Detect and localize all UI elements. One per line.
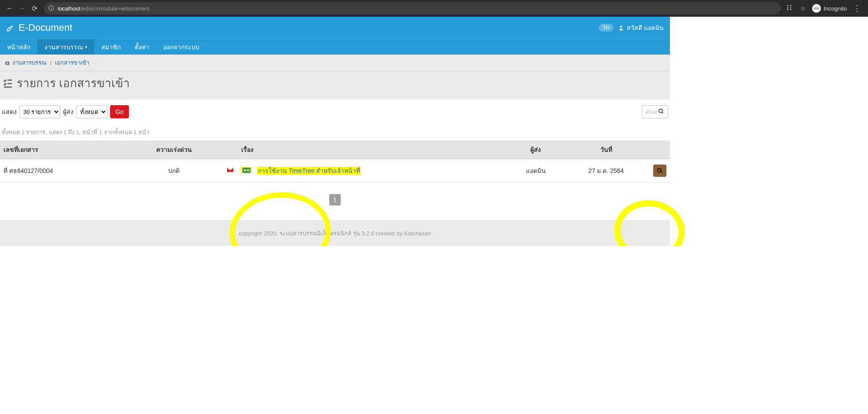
th-action (644, 140, 670, 159)
pagination: 1 (0, 183, 670, 220)
table-row[interactable]: ที่ ศธ640127/0004 ปกติ การใช้งาน TimeTre… (0, 159, 670, 183)
svg-point-0 (620, 26, 622, 28)
nav-home[interactable]: หน้าหลัก (0, 39, 37, 55)
main-navigation: หน้าหลัก งานสารบรรณ ▾ สมาชิก ตั้งค่า ออก… (0, 39, 670, 55)
page-title-area: รายการ เอกสารขาเข้า (0, 71, 670, 100)
cell-doc-no: ที่ ศธ640127/0004 (0, 159, 141, 183)
th-date[interactable]: วันที่ (569, 140, 644, 159)
footer: copyright 2020, ระบบสารบรรณอิเล็กทรอนิกส… (0, 220, 670, 246)
th-urgency[interactable]: ความเร่งด่วน (141, 140, 207, 159)
svg-line-13 (661, 172, 662, 173)
cell-status-icon (207, 159, 238, 183)
sender-label: ผู้ส่ง (63, 107, 74, 117)
result-summary: ทั้งหมด 1 รายการ, แสดง 1 ถึง 1, หน้าที่ … (0, 124, 670, 140)
page-title: รายการ เอกสารขาเข้า (3, 74, 667, 92)
page-current[interactable]: 1 (329, 194, 341, 205)
cell-date: 27 ม.ค. 2564 (569, 159, 644, 183)
breadcrumb-level-1[interactable]: งานสารบรรณ (12, 59, 47, 66)
nav-documents-label: งานสารบรรณ (44, 42, 83, 52)
cell-urgency: ปกติ (141, 159, 207, 183)
list-toolbar: แสดง 30 รายการ ผู้ส่ง ทั้งหมด Go (0, 100, 670, 124)
user-icon (618, 25, 624, 31)
breadcrumb-level-2[interactable]: เอกสารขาเข้า (55, 59, 89, 66)
page-title-text: รายการ เอกสารขาเข้า (17, 74, 130, 92)
table-header-row: เลขที่เอกสาร ความเร่งด่วน เรื่อง ผู้ส่ง … (0, 140, 670, 159)
subject-link[interactable]: การใช้งาน TimeTree สำหรับเจ้าหน้าที่ (257, 167, 361, 175)
user-greeting: สวัสดี แอดมิน (627, 23, 664, 33)
document-stack-icon (4, 59, 12, 66)
user-menu[interactable]: สวัสดี แอดมิน (618, 23, 664, 33)
checklist-icon (3, 78, 13, 88)
site-info-icon: ⓘ (48, 4, 54, 12)
svg-point-9 (244, 169, 246, 172)
language-badge[interactable]: TH (599, 24, 614, 32)
browser-back-button[interactable]: ← (4, 2, 16, 15)
nav-documents[interactable]: งานสารบรรณ ▾ (37, 39, 94, 55)
search-box[interactable] (642, 105, 668, 118)
url-path: /edoc/#module=edocument (80, 5, 149, 12)
mail-unread-icon (226, 167, 234, 174)
bookmark-star-icon[interactable]: ☆ (800, 5, 806, 12)
topbar-right: TH สวัสดี แอดมิน (599, 23, 664, 33)
url-domain: localhost (58, 5, 80, 12)
svg-rect-10 (247, 169, 250, 170)
incognito-icon: 👓 (812, 4, 821, 13)
browser-more-icon[interactable]: ⋮ (853, 4, 861, 13)
search-icon[interactable] (658, 108, 664, 116)
search-input[interactable] (645, 109, 658, 115)
nav-member[interactable]: สมาชิก (94, 39, 128, 55)
translate-icon[interactable]: ⠸⠇ (784, 4, 794, 12)
magnify-icon (657, 168, 663, 174)
footer-text: copyright 2020, ระบบสารบรรณอิเล็กทรอนิกส… (239, 230, 431, 237)
nav-logout[interactable]: ออกจากระบบ (156, 39, 206, 55)
browser-forward-button[interactable]: → (16, 2, 28, 15)
go-button[interactable]: Go (110, 105, 129, 118)
content-area: แสดง 30 รายการ ผู้ส่ง ทั้งหมด Go ทั้งหมด… (0, 100, 670, 220)
nav-settings[interactable]: ตั้งค่า (128, 39, 156, 55)
incognito-label: Incognito (824, 5, 847, 12)
show-label: แสดง (2, 107, 17, 117)
th-sender[interactable]: ผู้ส่ง (503, 140, 569, 159)
incognito-badge: 👓 Incognito (812, 4, 847, 13)
th-icons (207, 140, 238, 159)
svg-point-6 (659, 109, 662, 112)
th-subject[interactable]: เรื่อง (238, 140, 503, 159)
browser-chrome: ← → ⟳ ⓘ localhost /edoc/#module=edocumen… (0, 0, 868, 17)
sender-filter-select[interactable]: ทั้งหมด (76, 105, 107, 118)
app-topbar: E-Document TH สวัสดี แอดมิน (0, 17, 670, 39)
browser-reload-button[interactable]: ⟳ (28, 2, 40, 15)
id-card-icon (241, 167, 252, 173)
breadcrumb-separator: / (50, 59, 51, 66)
browser-right-controls: ⠸⠇ ☆ 👓 Incognito ⋮ (784, 4, 864, 13)
brand[interactable]: E-Document (6, 22, 72, 33)
cell-subject: การใช้งาน TimeTree สำหรับเจ้าหน้าที่ (238, 159, 503, 183)
svg-rect-11 (247, 171, 250, 172)
cell-action (644, 159, 670, 183)
wrench-icon (6, 23, 15, 32)
svg-rect-8 (243, 168, 250, 173)
cell-sender: แอดมิน (503, 159, 569, 183)
documents-table: เลขที่เอกสาร ความเร่งด่วน เรื่อง ผู้ส่ง … (0, 140, 670, 183)
per-page-select[interactable]: 30 รายการ (19, 105, 60, 118)
brand-title: E-Document (18, 22, 72, 33)
svg-line-7 (662, 112, 663, 113)
svg-point-12 (658, 169, 661, 172)
browser-url-bar[interactable]: ⓘ localhost /edoc/#module=edocument (44, 2, 781, 15)
breadcrumb: งานสารบรรณ / เอกสารขาเข้า (0, 55, 670, 71)
view-button[interactable] (653, 165, 666, 177)
th-doc-no[interactable]: เลขที่เอกสาร (0, 140, 141, 159)
chevron-down-icon: ▾ (85, 44, 87, 49)
